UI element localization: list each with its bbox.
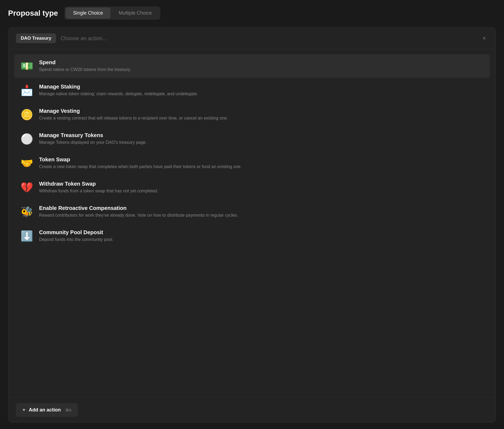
- action-icon-token-swap: 🤝: [20, 156, 34, 170]
- action-title-manage-treasury-tokens: Manage Treasury Tokens: [39, 132, 147, 138]
- action-item-community-pool-deposit[interactable]: ⬇️ Community Pool Deposit Deposit funds …: [14, 224, 490, 248]
- action-icon-enable-retroactive-compensation: 🐝: [20, 205, 34, 219]
- action-item-token-swap[interactable]: 🤝 Token Swap Create a new token swap tha…: [14, 151, 490, 175]
- add-action-button[interactable]: + Add an action ⌘A: [16, 403, 78, 417]
- action-description-enable-retroactive-compensation: Reward contributors for work they've alr…: [39, 212, 238, 218]
- choose-action-placeholder: Choose an action...: [60, 35, 476, 42]
- tab-group: Single Choice Multiple Choice: [64, 6, 160, 20]
- action-item-withdraw-token-swap[interactable]: 💔 Withdraw Token Swap Withdraw funds fro…: [14, 176, 490, 199]
- action-text-enable-retroactive-compensation: Enable Retroactive Compensation Reward c…: [39, 205, 238, 218]
- main-panel: DAO Treasury Choose an action... × 💵 Spe…: [8, 27, 496, 423]
- dao-treasury-badge: DAO Treasury: [16, 33, 56, 43]
- keyboard-shortcut: ⌘A: [65, 408, 71, 412]
- action-item-spend[interactable]: 💵 Spend Spend native or CW20 tokens from…: [14, 54, 490, 78]
- action-text-withdraw-token-swap: Withdraw Token Swap Withdraw funds from …: [39, 181, 158, 194]
- action-title-withdraw-token-swap: Withdraw Token Swap: [39, 181, 158, 187]
- close-button[interactable]: ×: [480, 34, 488, 42]
- action-item-enable-retroactive-compensation[interactable]: 🐝 Enable Retroactive Compensation Reward…: [14, 200, 490, 224]
- action-title-token-swap: Token Swap: [39, 156, 242, 163]
- action-icon-manage-vesting: 🪙: [20, 108, 34, 122]
- action-icon-withdraw-token-swap: 💔: [20, 181, 34, 195]
- action-title-community-pool-deposit: Community Pool Deposit: [39, 229, 113, 236]
- panel-header: DAO Treasury Choose an action... ×: [8, 28, 496, 49]
- action-title-enable-retroactive-compensation: Enable Retroactive Compensation: [39, 205, 238, 211]
- action-title-manage-vesting: Manage Vesting: [39, 108, 228, 114]
- panel-footer: + Add an action ⌘A: [8, 397, 496, 422]
- plus-icon: +: [22, 407, 26, 413]
- action-item-manage-vesting[interactable]: 🪙 Manage Vesting Create a vesting contra…: [14, 103, 490, 127]
- action-text-token-swap: Token Swap Create a new token swap that …: [39, 156, 242, 170]
- action-text-manage-staking: Manage Staking Manage native token staki…: [39, 84, 198, 97]
- action-icon-manage-staking: 📩: [20, 83, 34, 97]
- action-description-withdraw-token-swap: Withdraw funds from a token swap that ha…: [39, 188, 158, 194]
- action-description-manage-vesting: Create a vesting contract that will rele…: [39, 115, 228, 121]
- action-text-community-pool-deposit: Community Pool Deposit Deposit funds int…: [39, 229, 113, 243]
- action-text-manage-vesting: Manage Vesting Create a vesting contract…: [39, 108, 228, 121]
- action-description-community-pool-deposit: Deposit funds into the community pool.: [39, 237, 113, 243]
- add-action-label: Add an action: [29, 407, 61, 413]
- action-title-spend: Spend: [39, 59, 131, 66]
- action-description-manage-treasury-tokens: Manage Tokens displayed on your DAO's tr…: [39, 139, 147, 145]
- action-icon-spend: 💵: [20, 59, 34, 73]
- actions-list: 💵 Spend Spend native or CW20 tokens from…: [8, 49, 496, 397]
- tab-multiple-choice[interactable]: Multiple Choice: [111, 8, 159, 19]
- action-description-spend: Spend native or CW20 tokens from the tre…: [39, 67, 131, 73]
- action-description-manage-staking: Manage native token staking: claim rewar…: [39, 91, 198, 97]
- action-text-spend: Spend Spend native or CW20 tokens from t…: [39, 59, 131, 73]
- action-title-manage-staking: Manage Staking: [39, 84, 198, 90]
- action-icon-community-pool-deposit: ⬇️: [20, 229, 34, 243]
- page-header: Proposal type Single Choice Multiple Cho…: [8, 6, 496, 20]
- proposal-type-label: Proposal type: [8, 9, 58, 18]
- action-item-manage-staking[interactable]: 📩 Manage Staking Manage native token sta…: [14, 79, 490, 102]
- action-description-token-swap: Create a new token swap that completes w…: [39, 164, 242, 170]
- action-item-manage-treasury-tokens[interactable]: ⚪ Manage Treasury Tokens Manage Tokens d…: [14, 127, 490, 151]
- action-text-manage-treasury-tokens: Manage Treasury Tokens Manage Tokens dis…: [39, 132, 147, 145]
- tab-single-choice[interactable]: Single Choice: [65, 8, 111, 19]
- action-icon-manage-treasury-tokens: ⚪: [20, 132, 34, 146]
